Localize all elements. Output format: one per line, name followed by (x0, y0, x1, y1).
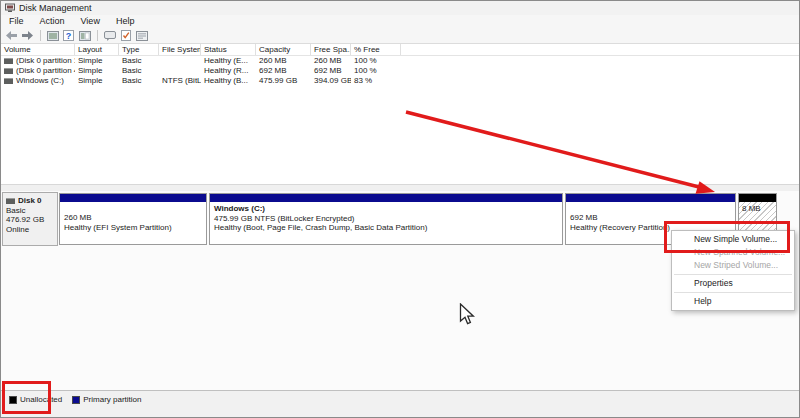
cell-layout: Simple (75, 66, 119, 76)
menu-item-new-striped-volume: New Striped Volume... (672, 259, 794, 272)
disk0-label-box[interactable]: Disk 0 Basic 476.92 GB Online (2, 192, 58, 246)
column-header-filler (401, 44, 799, 55)
column-header-capacity[interactable]: Capacity (256, 44, 311, 55)
volume-list: Volume Layout Type File System Status Ca… (1, 44, 799, 184)
cell-type: Basic (119, 66, 159, 76)
primary-partition-swatch-icon (72, 396, 80, 404)
back-arrow-icon[interactable] (4, 29, 19, 42)
unallocated-swatch-icon (9, 396, 17, 404)
volume-name: (Disk 0 partition 1) (16, 56, 75, 66)
cell-type: Basic (119, 76, 159, 86)
unallocated-color-band (739, 194, 776, 202)
properties-panel-icon[interactable] (134, 29, 149, 42)
cell-free-space: 692 MB (311, 66, 351, 76)
cell-file-system: NTFS (BitLo... (159, 76, 201, 86)
menu-item-properties[interactable]: Properties (672, 277, 794, 290)
help-icon[interactable]: ? (61, 29, 76, 42)
action-pane-icon[interactable] (102, 29, 117, 42)
toolbar-separator (97, 30, 98, 41)
column-header-pct-free[interactable]: % Free (351, 44, 401, 55)
menu-file[interactable]: File (1, 15, 32, 28)
partition-name: Windows (C:) (214, 204, 562, 214)
cell-free-space: 394.09 GB (311, 76, 351, 86)
checklist-icon[interactable] (118, 29, 133, 42)
partition-detail: 475.99 GB NTFS (BitLocker Encrypted) (214, 214, 562, 224)
cell-free-space: 260 MB (311, 56, 351, 66)
cell-layout: Simple (75, 56, 119, 66)
menu-view[interactable]: View (73, 15, 108, 28)
partition-status: Healthy (EFI System Partition) (64, 223, 206, 233)
partition-status: Healthy (Boot, Page File, Crash Dump, Ba… (214, 223, 562, 233)
partition-size: 692 MB (570, 213, 735, 223)
partition-color-band (60, 194, 206, 202)
window-title: Disk Management (19, 3, 92, 13)
table-row[interactable]: (Disk 0 partition 1) Simple Basic Health… (1, 56, 799, 66)
menu-help[interactable]: Help (108, 15, 143, 28)
volume-list-header: Volume Layout Type File System Status Ca… (1, 44, 799, 56)
disk-icon (6, 198, 15, 204)
cell-status: Healthy (B... (201, 76, 256, 86)
column-header-volume[interactable]: Volume (1, 44, 75, 55)
legend-primary-partition: Primary partition (72, 395, 141, 404)
console-window-icon[interactable] (45, 29, 60, 42)
menu-item-help[interactable]: Help (672, 295, 794, 308)
console-tree-icon[interactable] (77, 29, 92, 42)
column-header-status[interactable]: Status (201, 44, 256, 55)
volume-icon (4, 78, 13, 84)
unallocated-size: 8 MB (742, 204, 761, 213)
volume-name: Windows (C:) (16, 76, 64, 86)
partition-color-band (210, 194, 562, 202)
volume-icon (4, 68, 13, 74)
volume-name: (Disk 0 partition 4) (16, 66, 75, 76)
partition-size: 260 MB (64, 213, 206, 223)
menu-action[interactable]: Action (32, 15, 73, 28)
disk-status: Online (6, 225, 57, 235)
column-header-layout[interactable]: Layout (75, 44, 119, 55)
svg-text:?: ? (66, 31, 72, 41)
legend-label: Unallocated (20, 395, 62, 404)
table-row[interactable]: (Disk 0 partition 4) Simple Basic Health… (1, 66, 799, 76)
disk-management-window: Disk Management File Action View Help ? (0, 0, 800, 418)
column-header-type[interactable]: Type (119, 44, 159, 55)
cell-type: Basic (119, 56, 159, 66)
legend-bar: Unallocated Primary partition (1, 390, 799, 418)
disk-name: Disk 0 (18, 196, 42, 206)
app-icon (5, 3, 15, 13)
partition-color-band (566, 194, 735, 202)
disk-type: Basic (6, 206, 57, 216)
menu-bar: File Action View Help (1, 15, 799, 28)
cell-layout: Simple (75, 76, 119, 86)
column-header-file-system[interactable]: File System (159, 44, 201, 55)
legend-label: Primary partition (83, 395, 141, 404)
menu-item-new-simple-volume[interactable]: New Simple Volume... (672, 233, 794, 246)
legend-unallocated: Unallocated (9, 395, 62, 404)
table-row[interactable]: Windows (C:) Simple Basic NTFS (BitLo...… (1, 76, 799, 86)
menu-separator (674, 274, 792, 275)
cell-capacity: 692 MB (256, 66, 311, 76)
menu-separator (674, 292, 792, 293)
context-menu: New Simple Volume... New Spanned Volume.… (671, 230, 795, 311)
toolbar: ? (1, 28, 799, 44)
volume-icon (4, 58, 13, 64)
cell-status: Healthy (E... (201, 56, 256, 66)
partition-efi[interactable]: 260 MB Healthy (EFI System Partition) (59, 193, 207, 245)
toolbar-separator (40, 30, 41, 41)
title-bar: Disk Management (1, 1, 799, 15)
cell-pct-free: 100 % (351, 66, 401, 76)
partition-windows-c[interactable]: Windows (C:) 475.99 GB NTFS (BitLocker E… (209, 193, 563, 245)
menu-item-new-spanned-volume: New Spanned Volume... (672, 246, 794, 259)
cell-pct-free: 83 % (351, 76, 401, 86)
cell-status: Healthy (R... (201, 66, 256, 76)
cell-pct-free: 100 % (351, 56, 401, 66)
column-header-free-space[interactable]: Free Spa... (311, 44, 351, 55)
cell-capacity: 260 MB (256, 56, 311, 66)
forward-arrow-icon[interactable] (20, 29, 35, 42)
cell-capacity: 475.99 GB (256, 76, 311, 86)
disk-capacity: 476.92 GB (6, 215, 57, 225)
